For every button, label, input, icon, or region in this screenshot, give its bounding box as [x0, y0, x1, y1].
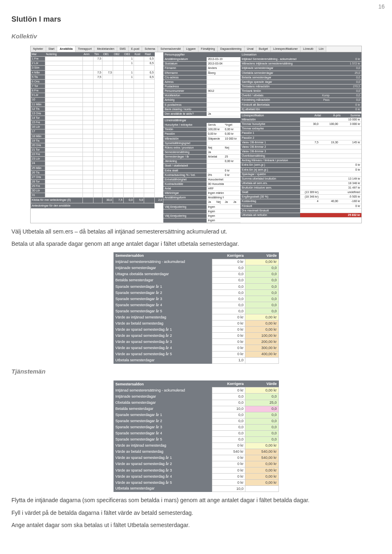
- varde-cell: 0,00 kr: [245, 387, 278, 394]
- semestersaldon-kollektiv: SemestersaldonKorrigeraVärdeIntjänad sem…: [114, 252, 279, 364]
- varde-cell: [245, 357, 278, 363]
- sem-row: Värde av sparad semesterdag år 20 kr100,…: [114, 333, 278, 339]
- varde-cell: 540,00 kr: [245, 449, 278, 455]
- korrigera-cell[interactable]: 0,0: [212, 412, 245, 418]
- korrigera-cell[interactable]: 540 kr: [212, 449, 245, 455]
- sem-row: Intjänade semesterdagar0,00,0: [114, 394, 278, 400]
- tab-start[interactable]: Start: [46, 46, 58, 52]
- korrigera-cell[interactable]: 0 kr: [212, 345, 245, 351]
- wide-screenshot: NyheterStartAnställdaTimrapportMeddeland…: [30, 46, 362, 223]
- varde-cell: 0,00 kr: [245, 259, 278, 265]
- sem-row: Värde av sparad semesterdag år 50 kr0,00…: [114, 480, 278, 486]
- tab-nyheter[interactable]: Nyheter: [31, 46, 46, 52]
- tab-anställda[interactable]: Anställda: [57, 46, 76, 52]
- varde-cell: 0,0: [245, 284, 278, 290]
- korrigera-cell[interactable]: 0 kr: [212, 387, 245, 394]
- tab-meddelanden[interactable]: Meddelanden: [94, 46, 117, 52]
- tab-schema[interactable]: Schema: [142, 46, 158, 52]
- sem-row: Värde av sparad semesterdag år 40 kr0,00…: [114, 474, 278, 480]
- varde-cell: 25,0: [245, 400, 278, 406]
- varde-cell: [245, 486, 278, 492]
- tab-budget[interactable]: Budget: [256, 46, 271, 52]
- tab-sms[interactable]: SMS: [117, 46, 129, 52]
- page-title: Slutlön I mars: [11, 14, 381, 24]
- varde-cell: 0,00 kr: [245, 467, 278, 474]
- korrigera-cell[interactable]: 0,0: [212, 436, 245, 443]
- sem-row: Utbetala semesterdagar1,0: [114, 357, 278, 363]
- sem-row: Värde av sparad semesterdag år 50 kr400,…: [114, 351, 278, 357]
- korrigera-cell[interactable]: 0 kr: [212, 327, 245, 333]
- korrigera-cell[interactable]: 0 kr: [212, 474, 245, 480]
- tab-urval[interactable]: Urval: [245, 46, 256, 52]
- tab-schemaöversikt[interactable]: Schemaöversikt: [158, 46, 184, 52]
- korrigera-cell[interactable]: 0 kr: [212, 259, 245, 265]
- korrigera-cell[interactable]: 0 kr: [212, 333, 245, 339]
- tab-e-post[interactable]: E-post: [129, 46, 142, 52]
- korrigera-cell[interactable]: 0,0: [212, 394, 245, 400]
- korrigera-cell[interactable]: 0 kr: [212, 351, 245, 357]
- sem-row: Värde av betald semesterdag540 kr540,00 …: [114, 449, 278, 455]
- varde-cell: 0,0: [245, 394, 278, 400]
- varde-cell: 0,0: [245, 296, 278, 302]
- korrigera-cell[interactable]: 0,0: [212, 400, 245, 406]
- varde-cell: 0,0: [245, 308, 278, 314]
- korrigera-cell[interactable]: 0 kr: [212, 339, 245, 345]
- korrigera-cell[interactable]: 0,0: [212, 290, 245, 296]
- sem-row: Sparade semesterdagar år 30,00,0: [114, 424, 278, 430]
- tab-lönespecifikationer[interactable]: Lönespecifikationer: [271, 46, 301, 52]
- tab-lön[interactable]: Lön: [316, 46, 327, 52]
- sem-row: Betalda semesterdagar10,00,0: [114, 406, 278, 412]
- korrigera-cell[interactable]: 0,0: [212, 308, 245, 314]
- sem-row: Uttagna obetalda semesterdagar0,00,0: [114, 271, 278, 277]
- tab-timrapport[interactable]: Timrapport: [76, 46, 95, 52]
- tab-dagsavstämning[interactable]: Dagsavstämning: [218, 46, 244, 52]
- varde-cell: 100,00 kr: [245, 333, 278, 339]
- korrigera-cell[interactable]: 1,0: [212, 357, 245, 363]
- korrigera-cell[interactable]: 0,0: [212, 277, 245, 283]
- korrigera-cell[interactable]: 0 kr: [212, 467, 245, 474]
- korrigera-cell[interactable]: 0 kr: [212, 455, 245, 461]
- korrigera-cell[interactable]: 0 kr: [212, 320, 245, 327]
- korrigera-cell[interactable]: 0,0: [212, 284, 245, 290]
- paragraph-2: Betala ut alla sparade dagar genom att a…: [11, 240, 381, 248]
- time-report-grid: MarNoteringAnmTimOB1OB2OB3KostRast1 Fre7…: [31, 52, 163, 223]
- korrigera-cell[interactable]: 0 kr: [212, 443, 245, 449]
- korrigera-cell[interactable]: 0,0: [212, 302, 245, 308]
- korrigera-cell[interactable]: 0,0: [212, 271, 245, 277]
- sem-row: Sparade semesterdagar år 10,00,0: [114, 284, 278, 290]
- varde-cell: 0,00 kr: [245, 327, 278, 333]
- sem-row: Intjänade semesterdagar0,00,0: [114, 265, 278, 271]
- varde-cell: 0,0: [245, 418, 278, 424]
- tab-försäljning[interactable]: Försäljning: [198, 46, 218, 52]
- varde-cell: 0,00 kr: [245, 480, 278, 486]
- korrigera-cell[interactable]: 0,0: [212, 430, 245, 436]
- sem-row: Betalda semesterdagar0,00,0: [114, 277, 278, 283]
- korrigera-cell[interactable]: 10,0: [212, 486, 245, 492]
- tab-strip: NyheterStartAnställdaTimrapportMeddeland…: [31, 46, 361, 52]
- sem-row: Sparade semesterdagar år 50,00,0: [114, 436, 278, 443]
- varde-cell: 0,0: [245, 436, 278, 443]
- sem-row: Värde av betald semesterdag0 kr0,00 kr: [114, 320, 278, 327]
- korrigera-cell[interactable]: 0,0: [212, 296, 245, 302]
- subheading-tjansteman: Tjänstemän: [11, 367, 381, 376]
- tab-liggare[interactable]: Liggare: [184, 46, 198, 52]
- varde-cell: 0,0: [245, 430, 278, 436]
- varde-cell: 0,0: [245, 302, 278, 308]
- varde-cell: 0,0: [245, 265, 278, 271]
- paragraph-5: Ange antalet dagar som ska betalas ut i …: [11, 521, 381, 529]
- tab-löneutb[interactable]: Löneutb: [301, 46, 316, 52]
- korrigera-cell[interactable]: 0 kr: [212, 480, 245, 486]
- sem-row: Obetalda semesterdagar0,025,0: [114, 400, 278, 406]
- sem-row: Sparade semesterdagar år 10,00,0: [114, 412, 278, 418]
- korrigera-cell[interactable]: 0 kr: [212, 461, 245, 467]
- sem-row: Värde av sparad semesterdag år 10 kr0,00…: [114, 327, 278, 333]
- korrigera-cell[interactable]: 10,0: [212, 406, 245, 412]
- varde-cell: 0,00 kr: [245, 474, 278, 480]
- korrigera-cell[interactable]: 0,0: [212, 418, 245, 424]
- paragraph-1: Välj Utbetala all sem.ers – då betalas a…: [11, 227, 381, 236]
- korrigera-cell[interactable]: 0,0: [212, 265, 245, 271]
- varde-cell: 0,0: [245, 412, 278, 418]
- korrigera-cell[interactable]: 0,0: [212, 424, 245, 430]
- sem-row: Värde av intjänad semesterdag0 kr0,00 kr: [114, 443, 278, 449]
- korrigera-cell[interactable]: 0 kr: [212, 314, 245, 320]
